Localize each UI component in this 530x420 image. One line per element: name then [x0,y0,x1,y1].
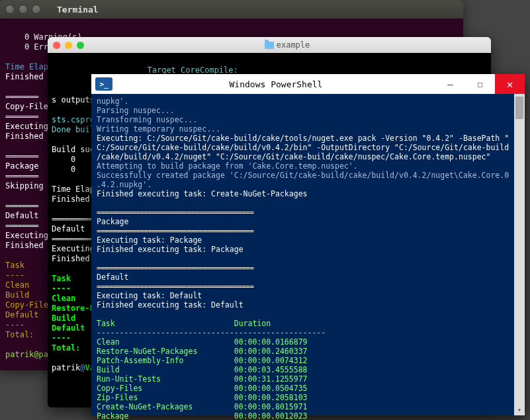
fin-default: Finished executing task: Default [97,300,243,310]
exec-default: Executing task: Default [97,291,202,300]
task-item: Default [5,310,39,319]
separator: ======== [5,171,38,181]
maximize-icon[interactable] [77,42,84,49]
executing-label: Executing [5,122,48,131]
task-sep: ---- [5,320,24,329]
close-icon[interactable] [5,5,15,14]
separator: ======== [5,92,38,101]
finished-label: Finished [5,241,44,250]
mac-titlebar[interactable]: example [48,37,491,53]
task-sep: ---- [5,271,24,280]
output-line: Successfully created package 'C:/Source/… [97,171,509,180]
output-line: nupkg'. [97,97,128,106]
powershell-window: >_ Windows PowerShell — ☐ ✕ nupkg'. Pars… [91,74,525,415]
total-label: Total: [5,330,34,339]
mac-window-title: example [89,40,486,50]
package-label: Package [97,217,128,226]
output-line: .4.2.nupkg'. [97,180,152,189]
separator: ======================================== [97,226,253,235]
build-zero: 0 [71,165,75,174]
table-hdr-task: Task [97,319,115,328]
task-row: Create-NuGet-Packages 00:00:00.8015971 [97,402,308,411]
task-item: Clean [52,294,75,303]
target-corecompile: Target CoreCompile: [148,65,238,75]
prompt-user: patrik [52,363,80,372]
task-table: Clean 00:00:00.0166879 Restore-NuGet-Pac… [97,337,308,420]
separator: ======== [5,112,38,121]
maximize-button[interactable]: ☐ [465,74,495,94]
powershell-titlebar[interactable]: >_ Windows PowerShell — ☐ ✕ [91,74,525,94]
total-label: Total: [52,343,80,353]
window-controls: — ☐ ✕ [435,74,525,94]
separator: =========== [52,214,97,224]
time-elapsed-label: Time Elap [5,62,48,71]
close-button[interactable]: ✕ [495,74,525,94]
task-row: Restore-NuGet-Packages 00:00:00.2460337 [97,347,308,356]
finished-label: Finished [5,72,44,81]
output-line: Executing: C:/Source/Git/cake-build/cake… [97,134,509,143]
separator: ======================================== [97,263,253,273]
task-item: Default [52,323,85,333]
output-line: Attempting to build package from 'Cake.C… [97,161,358,171]
powershell-body[interactable]: nupkg'. Parsing nuspec... Transforming n… [91,94,525,420]
output-line: Parsing nuspec... [97,106,175,115]
scroll-down-icon[interactable]: ▾ [514,405,525,415]
close-icon[interactable] [53,42,60,49]
task-row: Package 00:00:00.0012023 [97,411,308,420]
ubuntu-titlebar[interactable]: Terminal [0,0,463,19]
task-item: Copy-File [5,300,48,310]
dash-line: ----------------------------------------… [97,328,326,337]
finished-label: Finished [5,132,44,141]
finish-create: Finished executing task: Create-NuGet-Pa… [97,189,308,198]
separator: ======================================== [97,282,253,291]
task-item: Build [52,314,75,323]
task-item: Clean [5,280,29,290]
minimize-icon[interactable] [19,5,28,14]
task-sep: ---- [52,284,71,293]
default-label: Default [97,273,128,282]
maximize-icon[interactable] [32,5,41,14]
exec-package: Executing task: Package [97,235,202,245]
skipping-label: Skipping [5,181,44,190]
separator: =========== [52,234,97,243]
executing: Executing [52,244,95,253]
separator: ======== [5,201,38,210]
prompt: patrik@pa [5,350,48,359]
output-line: /cake/build/v0.4.2/nuget" "C:/Source/Git… [97,152,490,161]
folder-icon [265,42,274,49]
scrollbar-thumb[interactable] [515,97,523,119]
minimize-icon[interactable] [65,42,72,49]
task-item: Build [5,290,29,300]
task-header: Task [5,261,24,270]
scrollbar[interactable]: ▴ ▾ [514,94,525,415]
separator: ======== [5,221,38,230]
build-zero: 0 [71,155,75,164]
minimize-button[interactable]: — [435,74,465,94]
task-header: Task [52,274,71,283]
copy-files-label: Copy-File [5,102,48,111]
default-label: Default [52,224,85,233]
fin-package: Finished executing task: Package [97,245,243,254]
powershell-icon: >_ [95,77,112,91]
task-row: Patch-Assembly-Info 00:00:00.0074312 [97,356,308,365]
powershell-title: Windows PowerShell [116,79,435,89]
default-label: Default [5,211,39,220]
task-row: Run-Unit-Tests 00:00:31.1255977 [97,374,308,384]
ubuntu-window-title: Terminal [57,5,99,15]
separator: ======== [5,151,38,161]
output-line: Writing temporary nuspec... [97,124,220,134]
output-line: C:/Source/Git/cake-build/cake/build/v0.4… [97,143,509,152]
output-line: Transforming nuspec... [97,115,197,124]
task-sep: ---- [52,333,71,343]
s-outputs: s outputs [52,95,95,105]
task-row: Copy-Files 00:00:00.0504735 [97,384,308,393]
table-hdr-dur: Duration [234,319,271,328]
executing-label: Executing [5,231,48,240]
separator: ======================================== [97,208,253,217]
mac-title-text: example [277,40,310,50]
task-row: Build 00:00:03.4555588 [97,365,308,374]
task-row: Zip-Files 00:00:00.2058103 [97,393,308,402]
package-label: Package [5,161,39,171]
task-row: Clean 00:00:00.0166879 [97,337,308,347]
prompt-at: @ [80,363,85,372]
